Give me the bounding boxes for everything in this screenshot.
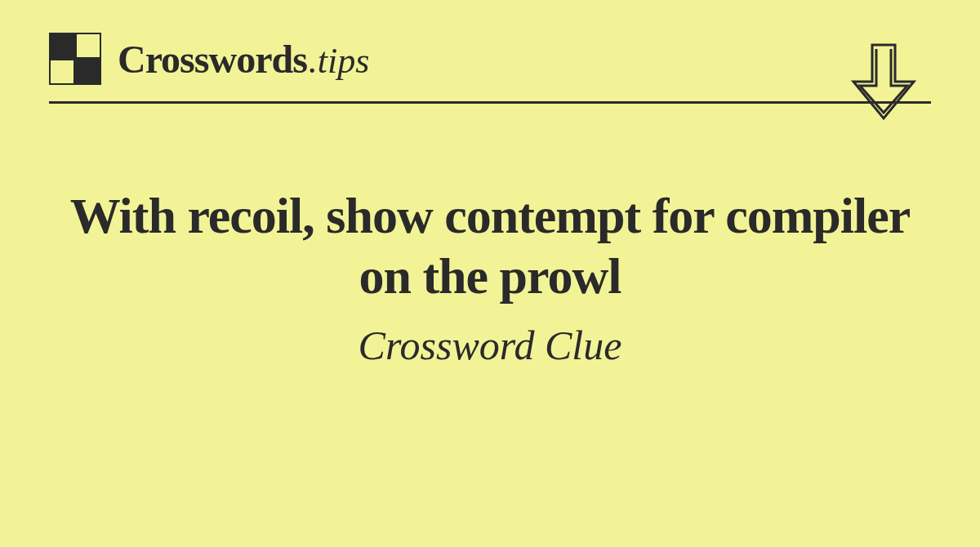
logo-main-text: Crosswords xyxy=(118,38,307,81)
down-arrow-icon xyxy=(845,41,923,130)
clue-text: With recoil, show contempt for compiler … xyxy=(41,185,939,307)
subtitle-text: Crossword Clue xyxy=(41,322,939,369)
crossword-logo-icon xyxy=(49,33,101,85)
logo-suffix-text: .tips xyxy=(309,41,370,81)
logo-text-wrapper: Crosswords.tips xyxy=(118,37,369,82)
logo-section: Crosswords.tips xyxy=(49,33,369,85)
header: Crosswords.tips xyxy=(0,0,980,85)
main-content: With recoil, show contempt for compiler … xyxy=(0,104,980,369)
